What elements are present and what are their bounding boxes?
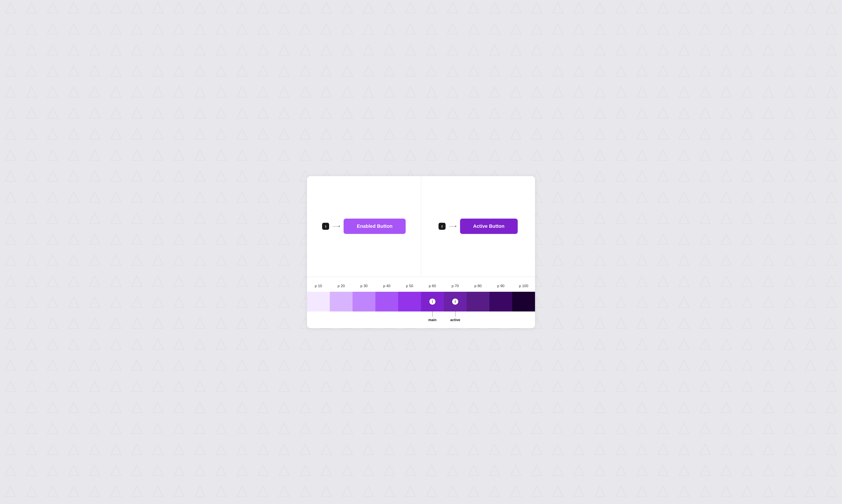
enabled-badge: 1 xyxy=(322,223,329,230)
main-card: 1 Enabled Button 2 xyxy=(307,176,535,328)
color-swatch-6: 2 xyxy=(444,292,467,311)
annotation-vert-line xyxy=(432,311,433,317)
active-button[interactable]: Active Button xyxy=(460,219,518,234)
enabled-annotation-group: 1 Enabled Button xyxy=(322,219,406,234)
color-swatch-3 xyxy=(375,292,398,311)
scale-labels-row: p 10p 20p 30p 40p 50p 60p 70p 80p 90p 10… xyxy=(307,284,535,292)
annotation-label: active xyxy=(450,318,460,322)
active-badge: 2 xyxy=(439,223,446,230)
annotation-label: main xyxy=(428,318,436,322)
color-swatch-8 xyxy=(489,292,512,311)
swatch-badge-5: 1 xyxy=(429,299,435,305)
active-arrow xyxy=(449,226,457,227)
annotation-cell-1 xyxy=(330,311,353,322)
annotation-vert-line xyxy=(455,311,456,317)
color-swatch-1 xyxy=(330,292,353,311)
color-swatch-4 xyxy=(398,292,421,311)
annotation-cell-7 xyxy=(467,311,489,322)
annotation-cell-3 xyxy=(375,311,398,322)
color-scale-section: p 10p 20p 30p 40p 50p 60p 70p 80p 90p 10… xyxy=(307,277,535,328)
annotation-cell-2 xyxy=(353,311,375,322)
scale-label-2: p 30 xyxy=(353,284,375,288)
color-swatches: 12 xyxy=(307,292,535,311)
annotation-cell-4 xyxy=(398,311,421,322)
active-annotation-group: 2 Active Button xyxy=(439,219,518,234)
scale-label-9: p 100 xyxy=(512,284,535,288)
color-swatch-9 xyxy=(512,292,535,311)
active-button-panel: 2 Active Button xyxy=(421,176,535,277)
scale-label-8: p 90 xyxy=(489,284,512,288)
scale-label-1: p 20 xyxy=(330,284,353,288)
scale-label-0: p 10 xyxy=(307,284,330,288)
scale-label-5: p 60 xyxy=(421,284,444,288)
enabled-arrow xyxy=(333,226,340,227)
scale-label-6: p 70 xyxy=(444,284,467,288)
color-swatch-5: 1 xyxy=(421,292,444,311)
arrow-line-segment xyxy=(333,226,339,227)
annotation-cell-5: main xyxy=(421,311,444,322)
annotation-below: main active xyxy=(307,311,535,328)
scale-label-3: p 40 xyxy=(375,284,398,288)
color-swatch-7 xyxy=(467,292,489,311)
color-swatch-2 xyxy=(353,292,375,311)
scale-label-4: p 50 xyxy=(398,284,421,288)
enabled-button-panel: 1 Enabled Button xyxy=(307,176,421,277)
buttons-section: 1 Enabled Button 2 xyxy=(307,176,535,277)
scale-label-7: p 80 xyxy=(467,284,489,288)
swatch-badge-6: 2 xyxy=(452,299,458,305)
annotation-cell-6: active xyxy=(444,311,467,322)
annotation-cell-9 xyxy=(512,311,535,322)
arrowhead-icon xyxy=(455,226,457,227)
enabled-button[interactable]: Enabled Button xyxy=(344,219,406,234)
color-swatch-0 xyxy=(307,292,330,311)
arrowhead-icon xyxy=(339,226,340,227)
annotation-cell-8 xyxy=(489,311,512,322)
annotation-cell-0 xyxy=(307,311,330,322)
arrow-line-segment xyxy=(449,226,455,227)
